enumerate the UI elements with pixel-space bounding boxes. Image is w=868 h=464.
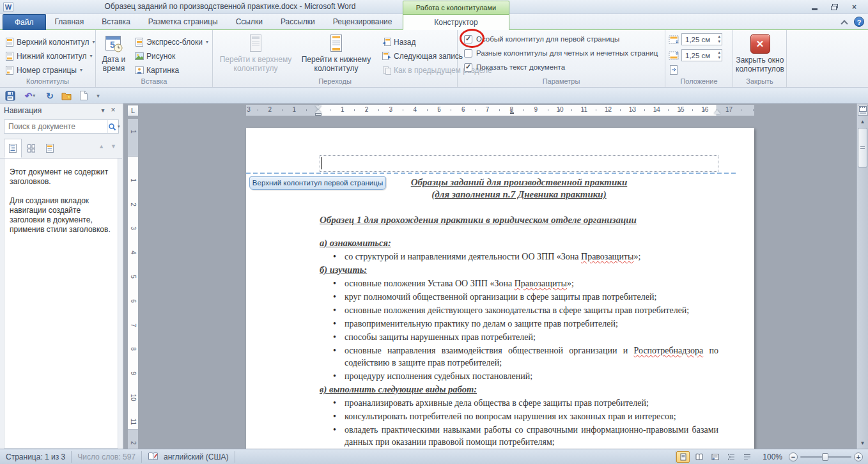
minimize-ribbon-button[interactable] [840,17,849,26]
previous-heading-arrow-icon[interactable]: ▲ [98,143,104,150]
right-indent-marker[interactable] [714,110,720,114]
restore-button[interactable] [826,2,843,12]
vertical-scrollbar[interactable]: ▲ ▼ [856,104,868,449]
ruler-toggle-button[interactable] [858,105,868,116]
tab-page-layout[interactable]: Разметка страницы [139,14,227,30]
spinner-arrows[interactable]: ▴▾ [718,34,720,44]
zoom-slider-handle[interactable] [822,453,828,461]
headings-list-icon [8,144,17,153]
navigation-pane-menu-button[interactable]: ▾ [98,105,108,116]
header-button[interactable]: Верхний колонтитул▾ [3,35,97,49]
restore-icon [831,4,838,10]
horizontal-ruler[interactable]: 3211234567891011121314151617 [246,105,754,116]
zoom-out-button[interactable]: − [789,452,798,461]
zoom-in-button[interactable]: + [854,452,863,461]
doc-body: а) ознакомиться:со структурой и направле… [320,237,718,448]
tab-selector[interactable]: L [127,105,139,116]
goto-footer-button[interactable]: Перейти к нижнему колонтитулу [297,33,375,73]
print-layout-view-button[interactable] [676,451,690,463]
doc-bullet-list: со структурой и направлениями деятельнос… [320,251,718,263]
quick-parts-button[interactable]: Экспресс-блоки▾ [133,35,210,49]
doc-bullet-list: проанализировать архивные дела общества … [320,397,718,448]
draft-view-icon [743,453,751,461]
footer-from-bottom-field[interactable]: 1,25 см ▴▾ [681,49,722,61]
clip-art-button[interactable]: Картинка [133,63,181,77]
ruler-number: 9 [130,371,137,375]
new-document-button[interactable] [77,89,89,102]
goto-header-button[interactable]: Перейти к верхнему колонтитулу [215,33,296,73]
ruler-number: 2 [268,106,272,113]
tab-home[interactable]: Главная [46,14,93,30]
left-indent-marker[interactable] [315,113,322,116]
doc-bullet: основные направления взаимодействия обще… [320,344,718,369]
search-options-arrow-icon[interactable]: ▾ [118,124,120,129]
document-page[interactable]: Верхний колонтитул первой страницы Образ… [246,128,754,449]
next-button[interactable]: Следующая запись [380,49,465,63]
different-first-page-checkbox[interactable]: Особый колонтитул для первой страницы [464,33,619,45]
word-logo-icon[interactable]: W [3,2,13,12]
ruler-number: 6 [461,106,465,113]
close-red-x-icon: ✕ [750,34,770,54]
document-search-box[interactable]: ▾ [4,120,119,134]
tab-design[interactable]: Конструктор [403,14,509,30]
redo-button[interactable]: ↻ [43,89,56,102]
word-count-indicator[interactable]: Число слов: 597 [72,451,142,463]
reading-view-icon [695,453,703,461]
group-label: Закрыть [733,77,786,85]
date-time-button[interactable]: 5 Дата и время [98,33,129,73]
tab-stop-marker[interactable] [510,112,514,114]
page-indicator[interactable]: Страница: 1 из 3 [0,451,72,463]
navigation-pane-close-button[interactable]: × [108,105,118,116]
open-recent-button[interactable] [60,89,73,102]
tab-mailings[interactable]: Рассылки [272,14,324,30]
doc-section-heading: а) ознакомиться: [320,237,718,249]
insert-alignment-tab-button[interactable] [669,65,679,75]
close-header-footer-button[interactable]: ✕ Закрыть окно колонтитулов [736,33,784,73]
minimize-button[interactable] [806,2,823,12]
customize-qat-button[interactable]: ▾ [93,89,102,102]
browse-headings-tab[interactable] [4,139,22,158]
footer-button[interactable]: Нижний колонтитул▾ [3,49,95,63]
picture-button[interactable]: Рисунок [133,49,177,63]
undo-button[interactable]: ↶ ▾ [20,89,40,102]
scrollbar-thumb[interactable] [858,128,867,167]
header-edit-area[interactable] [320,155,718,172]
different-odd-even-checkbox[interactable]: Разные колонтитулы для четных и нечетных… [464,47,658,59]
zoom-slider[interactable] [800,451,851,463]
zoom-level[interactable]: 100% [763,452,782,461]
tab-file[interactable]: Файл [3,14,46,30]
page-number-button[interactable]: Номер страницы▾ [3,63,84,77]
dropdown-arrow-icon: ▾ [206,39,208,45]
header-from-top-field[interactable]: 1,25 см ▴▾ [681,33,722,45]
save-button[interactable] [4,89,17,102]
spinner-arrows[interactable]: ▴▾ [718,50,720,60]
search-results-icon [45,144,54,153]
browse-pages-tab[interactable] [22,139,40,158]
draft-view-button[interactable] [740,451,754,463]
previous-button[interactable]: Назад [380,35,417,49]
footer-position-icon [669,51,679,60]
search-icon [108,123,116,131]
close-button[interactable]: × [846,2,863,12]
tab-insert[interactable]: Вставка [93,14,139,30]
proofing-status[interactable]: английский (США) [142,451,235,463]
outline-view-button[interactable] [724,451,738,463]
show-document-text-checkbox[interactable]: Показать текст документа [464,61,565,73]
tab-references[interactable]: Ссылки [227,14,272,30]
search-input[interactable] [4,122,107,131]
next-heading-arrow-icon[interactable]: ▼ [111,143,116,150]
vertical-ruler[interactable]: 112345678910112 [128,119,138,449]
scroll-down-arrow[interactable]: ▼ [857,438,868,448]
ruler-number: 6 [130,299,137,303]
browse-results-tab[interactable] [41,139,59,158]
document-content[interactable]: Образцы заданий для производственной пра… [320,176,718,449]
language-indicator[interactable]: английский (США) [164,451,228,463]
next-icon [382,52,391,61]
full-screen-reading-view-button[interactable] [692,451,706,463]
checkbox-unchecked-icon [464,49,472,58]
title-bar: W Образец заданий по производственной пр… [0,0,868,14]
scroll-up-arrow[interactable]: ▲ [857,117,868,127]
tab-review[interactable]: Рецензирование [324,14,401,30]
help-button[interactable]: ? [854,17,864,27]
web-layout-view-button[interactable] [708,451,722,463]
